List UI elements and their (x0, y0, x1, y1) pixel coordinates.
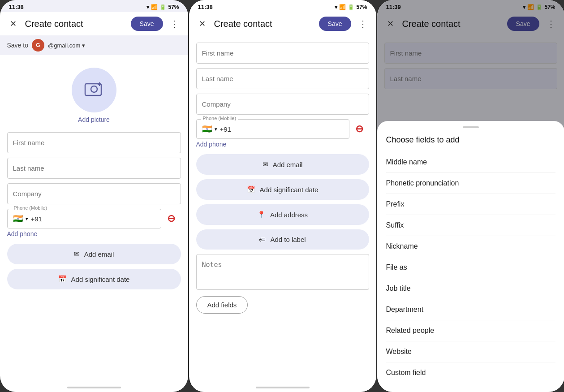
chevron-flag-2: ▾ (215, 126, 217, 132)
remove-phone-button-1[interactable]: ⊖ (165, 212, 177, 225)
last-name-input-1[interactable] (7, 158, 181, 179)
first-name-input-2[interactable] (196, 43, 369, 64)
add-email-button-1[interactable]: ✉ Add email (7, 244, 181, 264)
sheet-item-related-people[interactable]: Related people (386, 320, 555, 341)
country-code-1: +91 (31, 215, 42, 223)
choose-fields-sheet: Choose fields to add Middle name Phoneti… (377, 121, 564, 392)
more-button-2[interactable]: ⋮ (355, 16, 371, 32)
close-button-1[interactable]: ✕ (5, 16, 22, 32)
label-icon-2: 🏷 (259, 236, 266, 243)
screen1-frame: 11:38 ▾ 📶 🔋 57% ✕ Create contact Save ⋮ … (0, 0, 188, 392)
company-input-2[interactable] (196, 94, 369, 115)
battery-icon-2: 🔋 (348, 4, 354, 10)
status-bar-2: 11:38 ▾ 📶 🔋 57% (189, 0, 376, 12)
location-icon-2: 📍 (257, 211, 266, 219)
sheet-item-phonetic[interactable]: Phonetic pronunciation (386, 173, 555, 194)
add-label-button-2[interactable]: 🏷 Add to label (196, 229, 369, 250)
add-picture-label[interactable]: Add picture (78, 116, 110, 123)
status-bar-1: 11:38 ▾ 📶 🔋 57% (0, 0, 188, 12)
calendar-icon-1: 📅 (58, 275, 67, 283)
bottom-indicator-1 (0, 383, 188, 392)
gmail-selector[interactable]: @gmail.com ▾ (48, 42, 85, 49)
last-name-input-2[interactable] (196, 68, 369, 89)
add-email-label-1: Add email (84, 250, 114, 258)
remove-phone-button-2[interactable]: ⊖ (353, 123, 366, 135)
battery-pct-1: 57% (168, 4, 179, 10)
status-icons-1: ▾ 📶 🔋 57% (146, 4, 179, 10)
add-date-label-1: Add significant date (71, 276, 130, 283)
sheet-item-file-as[interactable]: File as (386, 257, 555, 278)
phone-number-input-1[interactable] (45, 215, 155, 223)
battery-icon: 🔋 (159, 4, 166, 10)
sheet-item-middle-name[interactable]: Middle name (386, 152, 555, 173)
home-bar-2 (256, 387, 310, 388)
app-bar-1: ✕ Create contact Save ⋮ (0, 12, 188, 35)
sheet-item-department[interactable]: Department (386, 299, 555, 320)
email-icon-2: ✉ (263, 160, 268, 168)
svg-rect-0 (85, 84, 101, 95)
phone-row-2: Phone (Mobile) 🇮🇳 ▾ +91 ⊖ (196, 119, 349, 139)
flag-icon-2[interactable]: 🇮🇳 (202, 124, 212, 134)
scroll-content-2: Phone (Mobile) 🇮🇳 ▾ +91 ⊖ Add phone ✉ Ad… (189, 35, 376, 383)
first-name-input-1[interactable] (7, 132, 181, 153)
sheet-item-prefix[interactable]: Prefix (386, 194, 555, 215)
phone-field-wrapper-1: Phone (Mobile) 🇮🇳 ▾ +91 (7, 209, 161, 228)
phone-inner-2: 🇮🇳 ▾ +91 (197, 120, 349, 138)
phone-inner-1: 🇮🇳 ▾ +91 (8, 209, 161, 228)
time-1: 11:38 (9, 4, 24, 10)
wifi-icon-2: ▾ (335, 4, 337, 10)
sheet-item-job-title[interactable]: Job title (386, 278, 555, 299)
sheet-handle (463, 126, 479, 128)
phone-label-2: Phone (Mobile) (201, 116, 238, 121)
add-phone-link-2[interactable]: Add phone (196, 141, 369, 148)
wifi-icon: ▾ (146, 4, 149, 10)
sheet-item-website[interactable]: Website (386, 341, 555, 362)
add-date-label-2: Add significant date (260, 186, 319, 194)
sheet-title: Choose fields to add (386, 135, 555, 145)
add-photo-icon (83, 79, 105, 101)
country-code-2: +91 (220, 125, 231, 133)
save-to-label: Save to (7, 42, 28, 49)
add-label-label-2: Add to label (270, 236, 306, 243)
add-address-button-2[interactable]: 📍 Add address (196, 204, 369, 225)
scroll-content-1: Add picture Phone (Mobile) 🇮🇳 ▾ +91 ⊖ Ad… (0, 55, 188, 383)
app-title-2: Create contact (214, 19, 315, 29)
account-avatar: G (32, 39, 44, 52)
phone-row-1: Phone (Mobile) 🇮🇳 ▾ +91 ⊖ (7, 209, 161, 228)
time-2: 11:38 (198, 4, 213, 10)
notes-textarea[interactable] (196, 254, 369, 290)
sheet-item-suffix[interactable]: Suffix (386, 215, 555, 236)
flag-icon-1[interactable]: 🇮🇳 (13, 214, 23, 224)
add-email-button-2[interactable]: ✉ Add email (196, 154, 369, 175)
more-button-1[interactable]: ⋮ (167, 16, 183, 32)
add-date-button-1[interactable]: 📅 Add significant date (7, 269, 181, 289)
app-bar-2: ✕ Create contact Save ⋮ (189, 12, 376, 35)
status-icons-2: ▾ 📶 🔋 57% (335, 4, 367, 10)
home-bar-1 (67, 387, 121, 388)
chevron-down-icon: ▾ (82, 42, 85, 49)
calendar-icon-2: 📅 (247, 185, 255, 194)
add-fields-button[interactable]: Add fields (196, 296, 248, 314)
app-title-1: Create contact (25, 19, 127, 29)
save-button-1[interactable]: Save (131, 17, 163, 31)
save-to-bar: Save to G @gmail.com ▾ (0, 35, 188, 55)
gmail-account: @gmail.com (48, 42, 80, 49)
screen3-frame: 11:39 ▾ 📶 🔋 57% ✕ Create contact Save ⋮ … (376, 0, 564, 392)
company-input-1[interactable] (7, 183, 181, 204)
svg-point-1 (91, 86, 97, 92)
phone-label-1: Phone (Mobile) (12, 205, 49, 211)
save-button-2[interactable]: Save (319, 17, 351, 31)
add-date-button-2[interactable]: 📅 Add significant date (196, 179, 369, 200)
screen2-frame: 11:38 ▾ 📶 🔋 57% ✕ Create contact Save ⋮ … (188, 0, 376, 392)
close-button-2[interactable]: ✕ (194, 16, 211, 32)
chevron-flag-1: ▾ (26, 216, 28, 222)
bottom-indicator-2 (189, 383, 376, 392)
phone-number-input-2[interactable] (234, 125, 344, 133)
add-phone-link-1[interactable]: Add phone (7, 230, 181, 237)
battery-pct-2: 57% (356, 4, 367, 10)
sheet-item-nickname[interactable]: Nickname (386, 236, 555, 257)
picture-circle[interactable] (72, 68, 116, 112)
email-icon-1: ✉ (74, 250, 80, 258)
phone-field-wrapper-2: Phone (Mobile) 🇮🇳 ▾ +91 (196, 119, 349, 139)
sheet-item-custom-field[interactable]: Custom field (386, 362, 555, 383)
